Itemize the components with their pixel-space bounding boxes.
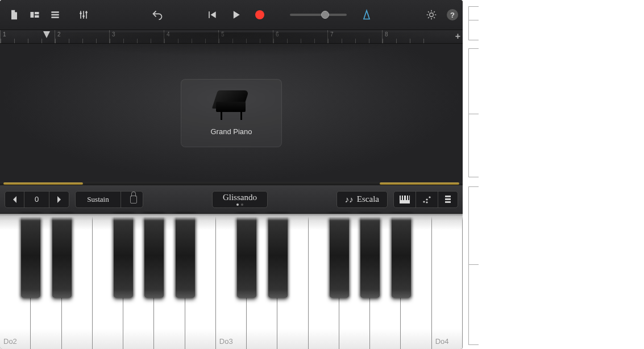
sustain-lock-toggle[interactable]	[121, 192, 143, 207]
black-key[interactable]	[268, 214, 288, 298]
sustain-label: Sustain	[76, 192, 121, 207]
octave-up-button[interactable]	[49, 192, 69, 207]
tracks-view-button[interactable]	[45, 6, 65, 23]
control-bar: ?	[0, 0, 463, 30]
instrument-picker[interactable]: Grand Piano	[181, 79, 282, 147]
svg-rect-12	[209, 11, 210, 18]
black-key[interactable]	[330, 214, 349, 298]
svg-point-20	[426, 198, 427, 200]
black-key[interactable]	[21, 214, 40, 298]
lock-icon	[130, 196, 137, 203]
sustain-button[interactable]: Sustain	[75, 191, 143, 208]
svg-point-10	[82, 15, 85, 18]
black-key[interactable]	[52, 214, 72, 298]
help-button[interactable]: ?	[447, 9, 458, 20]
svg-point-11	[85, 11, 88, 14]
browser-icon	[29, 9, 40, 20]
svg-rect-15	[401, 196, 402, 200]
song-settings-button[interactable]	[422, 6, 441, 23]
keys-icon	[400, 196, 410, 203]
keyboard-layout-arpeggiator-button[interactable]	[416, 192, 438, 207]
undo-icon	[152, 9, 163, 20]
record-icon	[255, 10, 264, 19]
skip-back-icon	[206, 9, 218, 20]
black-key[interactable]	[144, 214, 164, 298]
black-key[interactable]	[114, 214, 133, 298]
play-button[interactable]	[226, 6, 246, 23]
keyboard-hinge	[0, 182, 463, 185]
document-icon	[9, 9, 20, 20]
gear-icon	[426, 9, 437, 20]
master-volume-slider[interactable]	[290, 14, 347, 16]
svg-rect-17	[406, 196, 407, 200]
keyboard-gloss	[0, 214, 463, 221]
svg-point-13	[430, 13, 434, 17]
key-label: Do4	[435, 337, 449, 346]
my-songs-button[interactable]	[5, 6, 24, 23]
svg-rect-24	[445, 198, 451, 200]
record-button[interactable]	[250, 6, 269, 23]
instrument-area: Grand Piano	[0, 44, 463, 182]
key-label: Do2	[3, 337, 17, 346]
grand-piano-icon	[211, 90, 251, 122]
page-dots	[236, 203, 243, 206]
metronome-icon	[361, 9, 372, 20]
svg-rect-3	[51, 11, 59, 13]
black-key[interactable]	[176, 214, 195, 298]
scale-button[interactable]: ♪♪ Escala	[336, 191, 388, 208]
arpeggiator-icon	[422, 196, 432, 203]
scale-label: Escala	[357, 194, 379, 204]
undo-button[interactable]	[148, 6, 167, 23]
volume-thumb[interactable]	[321, 11, 329, 19]
black-key[interactable]	[360, 214, 380, 298]
sliders-icon	[78, 9, 89, 20]
keyboard-layout-segmented	[393, 191, 458, 208]
svg-rect-4	[51, 14, 59, 16]
notes-icon: ♪♪	[345, 194, 354, 204]
svg-rect-2	[35, 15, 39, 18]
help-icon-label: ?	[450, 11, 455, 19]
chevron-right-icon	[56, 196, 62, 203]
chord-strips-icon	[444, 195, 452, 204]
keyboard-layout-keys-button[interactable]	[394, 192, 416, 207]
transport-controls	[148, 6, 376, 23]
svg-point-9	[80, 13, 82, 15]
svg-rect-18	[408, 196, 409, 200]
play-icon	[230, 9, 242, 20]
instrument-name-label: Grand Piano	[211, 127, 252, 136]
black-key[interactable]	[237, 214, 256, 298]
svg-rect-16	[403, 196, 404, 200]
octave-value: 0	[24, 192, 49, 207]
svg-rect-25	[445, 201, 451, 203]
keyboard: Do2 Do3 Do4	[0, 214, 463, 349]
key-label: Do3	[219, 337, 233, 346]
octave-stepper: 0	[5, 191, 69, 208]
keyboard-play-mode-button[interactable]: Glissando	[212, 191, 268, 208]
octave-down-button[interactable]	[5, 192, 24, 207]
keyboard-controls: 0 Sustain Glissando ♪♪ Escala	[0, 185, 463, 214]
track-controls-button[interactable]	[74, 6, 93, 23]
go-to-beginning-button[interactable]	[202, 6, 222, 23]
svg-point-19	[423, 201, 425, 202]
svg-rect-5	[51, 16, 59, 18]
black-key[interactable]	[392, 214, 411, 298]
svg-rect-0	[31, 12, 34, 18]
keyboard-layout-chordstrips-button[interactable]	[438, 192, 458, 207]
metronome-button[interactable]	[357, 6, 376, 23]
white-key[interactable]: Do4	[432, 214, 463, 349]
svg-point-21	[429, 196, 430, 198]
chevron-left-icon	[12, 196, 18, 203]
callout-guides	[468, 0, 639, 349]
app-window: ? 1 2 3 4 5 6 7 8 + Grand Piano 0	[0, 0, 463, 349]
svg-rect-1	[35, 12, 39, 14]
svg-rect-23	[445, 196, 451, 197]
list-icon	[49, 9, 61, 20]
svg-point-22	[426, 201, 427, 203]
play-mode-label: Glissando	[223, 193, 257, 202]
browser-button[interactable]	[25, 6, 44, 23]
